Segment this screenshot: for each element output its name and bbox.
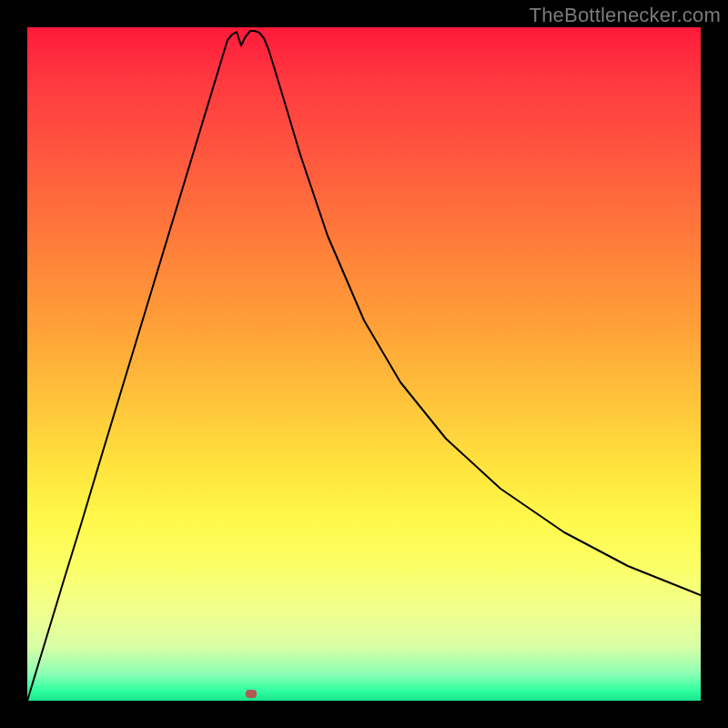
plot-area (27, 27, 701, 701)
optimum-marker (246, 690, 257, 698)
watermark-text: TheBottlenecker.com (530, 4, 721, 27)
chart-frame: TheBottlenecker.com (0, 0, 728, 728)
bottleneck-curve (27, 31, 701, 701)
curve-layer (27, 27, 701, 701)
